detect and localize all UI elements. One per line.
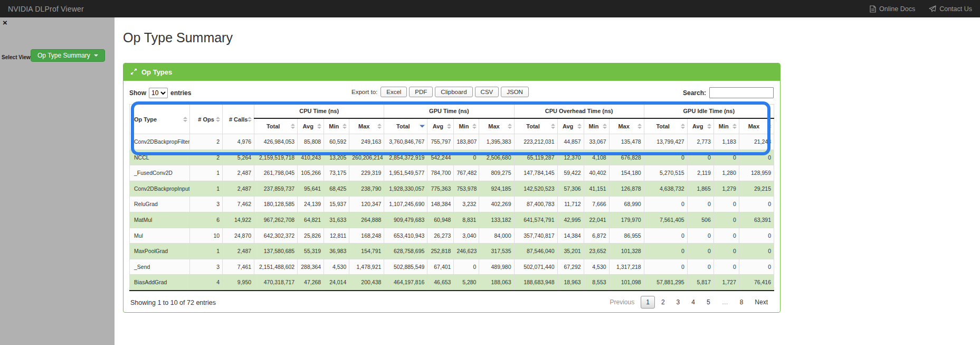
column-header-label: Avg [692,123,703,129]
column-header-min[interactable]: Min [584,118,609,134]
table-row[interactable]: NCCL25,2642,159,519,718410,24313,205260,… [130,150,774,165]
export-excel-button[interactable]: Excel [380,87,407,97]
column-header-max[interactable]: Max [479,118,514,134]
pagination-page-3[interactable]: 3 [671,296,686,309]
online-docs-link[interactable]: Online Docs [870,5,915,13]
value-cell: 775,363 [427,181,454,197]
group-header-gpu-idle-time: GPU Idle Time (ns) [644,105,774,118]
value-cell: 6 [190,212,223,228]
pagination-page-4[interactable]: 4 [686,296,700,309]
value-cell: 2,506,680 [479,150,514,165]
value-cell: 1,107,245,690 [384,197,427,212]
value-cell: 3,232 [454,197,479,212]
value-cell: 57,881,295 [644,275,687,291]
column-header-max[interactable]: Max [349,118,384,134]
value-cell: 26,273 [427,228,454,244]
pagination-page-2[interactable]: 2 [656,296,670,309]
table-row[interactable]: MatMul614,922967,262,70864,82131,633264,… [130,212,774,228]
column-header-label: Total [526,123,539,129]
value-cell: 0 [713,150,739,165]
column-header-avg[interactable]: Avg [427,118,454,134]
value-cell: 63,391 [739,212,774,228]
column-header-min[interactable]: Min [713,118,739,134]
search-input[interactable] [709,87,774,98]
paper-plane-icon [929,5,936,12]
pagination-previous[interactable]: Previous [605,296,640,309]
column-header-label: Op Type [134,116,157,123]
app-title: NVIDIA DLProf Viewer [8,5,84,13]
table-row[interactable]: BiasAddGrad49,950470,318,71747,26824,014… [130,275,774,291]
column-header-num-calls[interactable]: # Calls [223,105,254,134]
column-header-avg[interactable]: Avg [687,118,713,134]
value-cell: 4,108 [584,150,609,165]
column-header-label: Avg [433,123,443,129]
sort-icon [216,117,220,122]
value-cell: 47,268 [298,275,324,291]
export-csv-button[interactable]: CSV [475,87,499,97]
column-header-min[interactable]: Min [324,118,349,134]
column-header-total[interactable]: Total [384,118,427,134]
sort-icon [707,124,711,129]
value-cell: 0 [739,150,774,165]
table-row[interactable]: MaxPoolGrad12,487137,580,68555,31936,983… [130,244,774,259]
column-header-avg[interactable]: Avg [557,118,584,134]
value-cell: 2,487 [223,244,254,259]
table-row[interactable]: _FusedConv2D12,487261,798,045105,26673,1… [130,165,774,181]
pagination-page-8[interactable]: 8 [735,296,749,309]
table-row[interactable]: ReluGrad37,462180,128,58524,13915,937120… [130,197,774,212]
value-cell: 188,683,948 [514,275,557,291]
value-cell: 87,400,783 [514,197,557,212]
value-cell: 3,760,846,767 [384,134,427,150]
value-cell: 3 [190,197,223,212]
value-cell: 264,888 [349,212,384,228]
entries-select[interactable]: 10 [149,88,168,98]
value-cell: 0 [687,197,713,212]
column-header-total[interactable]: Total [514,118,557,134]
page-title: Op Type Summary [123,30,233,45]
pagination-page-5[interactable]: 5 [701,296,716,309]
column-header-min[interactable]: Min [454,118,479,134]
value-cell: 55,319 [298,244,324,259]
column-header-op-type[interactable]: Op Type [130,105,190,134]
value-cell: 128,959 [739,165,774,181]
sort-icon [377,124,382,129]
column-header-num-ops[interactable]: # Ops [190,105,223,134]
export-clipboard-button[interactable]: Clipboard [435,87,472,97]
value-cell: 68,425 [324,181,349,197]
column-header-total[interactable]: Total [254,118,298,134]
table-row[interactable]: Mul1024,870642,302,37225,82612,811168,24… [130,228,774,244]
pagination-page-1[interactable]: 1 [641,296,655,309]
column-header-label: Total [656,123,669,129]
column-header-label: Max [618,123,629,129]
sort-icon [420,125,425,127]
column-header-max[interactable]: Max [609,118,644,134]
export-json-button[interactable]: JSON [501,87,529,97]
value-cell: 229,319 [349,165,384,181]
contact-us-link[interactable]: Contact Us [929,5,972,13]
op-types-panel: Op Types Show 10 entries Export to: Exce… [123,63,781,313]
export-pdf-button[interactable]: PDF [409,87,433,97]
column-header-total[interactable]: Total [644,118,687,134]
sort-icon [447,124,451,129]
value-cell: 2,854,372,919 [384,150,427,165]
table-row[interactable]: _Send37,4612,151,488,602288,3644,5301,47… [130,259,774,275]
value-cell: 126,878 [609,181,644,197]
column-header-label: # Calls [229,116,248,123]
pagination-next[interactable]: Next [749,296,773,309]
sort-icon [508,124,512,129]
table-row[interactable]: Conv2DBackpropInput12,487237,859,73795,6… [130,181,774,197]
value-cell: 148,384 [427,197,454,212]
value-cell: 3 [190,259,223,275]
column-header-max[interactable]: Max [739,118,774,134]
table-row[interactable]: Conv2DBackpropFilter24,976426,984,05385,… [130,134,774,150]
view-dropdown-button[interactable]: Op Type Summary [31,49,105,62]
column-header-avg[interactable]: Avg [298,118,324,134]
value-cell: 67,292 [557,259,584,275]
close-icon[interactable]: × [3,19,7,26]
group-header-cpu-overhead-time: CPU Overhead Time (ns) [514,105,644,118]
value-cell: 9,950 [223,275,254,291]
column-header-label: Avg [303,123,313,129]
sort-icon [342,124,347,129]
value-cell: 506 [687,212,713,228]
value-cell: 40,402 [584,165,609,181]
